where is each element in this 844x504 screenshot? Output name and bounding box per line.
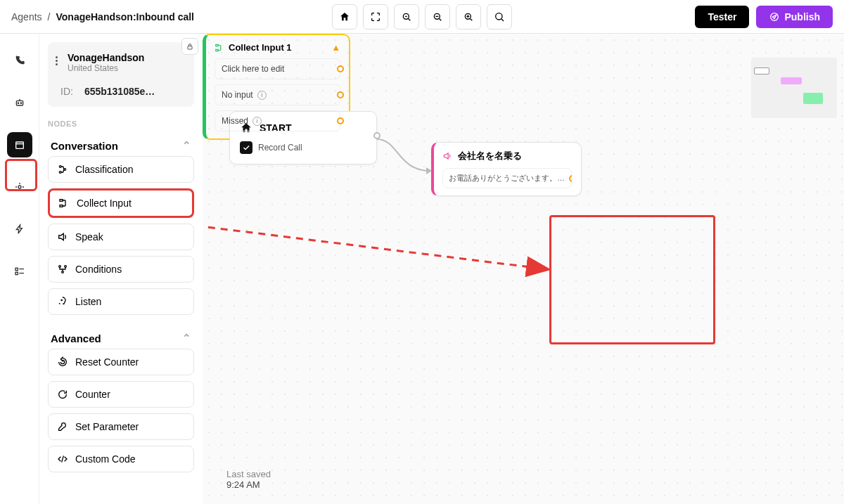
- agent-id-label: ID:: [60, 86, 73, 97]
- node-listen-label: Listen: [75, 296, 101, 307]
- annotation-arrow: [203, 220, 561, 283]
- node-collect-input-label: Collect Input: [77, 198, 132, 209]
- collect-missed-row[interactable]: Missed i: [215, 110, 340, 131]
- rail-phone[interactable]: [7, 48, 32, 73]
- node-conditions-label: Conditions: [75, 264, 122, 275]
- rail-bot[interactable]: [7, 90, 32, 115]
- section-conversation[interactable]: Conversation ⌃: [48, 135, 194, 156]
- svg-rect-23: [216, 49, 219, 51]
- info-icon: i: [252, 117, 262, 126]
- info-icon: i: [257, 91, 267, 100]
- node-reset-counter-label: Reset Counter: [75, 356, 139, 368]
- agent-country: United States: [68, 63, 184, 73]
- rail-bolt[interactable]: [7, 217, 32, 242]
- collect-input-node[interactable]: Collect Input 1 ▲ Click here to edit No …: [203, 34, 350, 140]
- section-advanced[interactable]: Advanced ⌃: [48, 328, 194, 349]
- svg-point-9: [18, 186, 21, 188]
- section-advanced-label: Advanced: [51, 332, 101, 344]
- collect-icon: [215, 43, 224, 53]
- node-set-parameter[interactable]: Set Parameter: [48, 413, 194, 440]
- section-nodes-label: NODES: [48, 119, 194, 128]
- breadcrumb-sep: /: [48, 11, 51, 22]
- svg-rect-10: [15, 268, 18, 270]
- node-speak-label: Speak: [75, 231, 103, 243]
- node-counter[interactable]: Counter: [48, 381, 194, 408]
- node-collect-input[interactable]: Collect Input: [48, 188, 194, 218]
- agent-name: VonageHandson: [68, 52, 184, 63]
- svg-rect-11: [15, 272, 18, 274]
- node-conditions[interactable]: Conditions: [48, 256, 194, 283]
- svg-point-13: [59, 166, 61, 168]
- node-classification-label: Classification: [75, 164, 133, 175]
- last-saved: Last saved 9:24 AM: [226, 469, 271, 490]
- svg-rect-17: [60, 205, 63, 207]
- svg-line-24: [203, 226, 547, 269]
- minimap[interactable]: [751, 58, 837, 118]
- svg-point-7: [20, 103, 21, 103]
- lock-icon[interactable]: [181, 38, 198, 55]
- svg-rect-8: [15, 142, 23, 148]
- home-button[interactable]: [332, 4, 357, 30]
- svg-rect-22: [216, 44, 219, 46]
- rail-canvas[interactable]: [7, 132, 32, 157]
- fullscreen-button[interactable]: [363, 4, 388, 30]
- svg-point-6: [18, 103, 18, 103]
- collect-noinput-row[interactable]: No input i: [215, 84, 340, 105]
- chevron-up-icon: ⌃: [182, 139, 191, 152]
- svg-point-14: [59, 172, 61, 174]
- collect-edit-row[interactable]: Click here to edit: [215, 58, 340, 79]
- node-custom-code-label: Custom Code: [75, 453, 136, 465]
- agent-card: VonageHandson United States ID: 655b1310…: [48, 42, 194, 107]
- last-saved-time: 9:24 AM: [226, 479, 271, 490]
- node-classification[interactable]: Classification: [48, 156, 194, 183]
- speaker-icon: [442, 151, 452, 161]
- section-conversation-label: Conversation: [51, 140, 118, 152]
- svg-rect-12: [188, 46, 192, 50]
- publish-button[interactable]: Publish: [756, 6, 833, 28]
- speak-node-message[interactable]: お電話ありがとうございます。…: [442, 168, 573, 188]
- svg-point-18: [59, 266, 61, 268]
- speak-node[interactable]: 会社名を名乗る お電話ありがとうございます。…: [431, 142, 582, 196]
- chevron-up-icon: ⌃: [182, 332, 191, 344]
- zoom-out-button[interactable]: [425, 4, 450, 30]
- checkbox-record-call[interactable]: [240, 141, 252, 154]
- speak-node-title: 会社名を名乗る: [458, 150, 522, 162]
- flow-canvas[interactable]: START Record Call 会社名を名乗る お電話ありがとうございます。…: [203, 34, 844, 504]
- svg-rect-16: [60, 200, 63, 202]
- tester-button[interactable]: Tester: [695, 6, 749, 28]
- record-call-label: Record Call: [258, 143, 302, 153]
- zoom-in-button[interactable]: [456, 4, 481, 30]
- svg-point-3: [496, 13, 502, 19]
- breadcrumb: Agents / VonageHandson:Inbound call: [11, 11, 194, 22]
- svg-point-19: [65, 266, 67, 268]
- svg-point-21: [61, 299, 62, 300]
- node-listen[interactable]: Listen: [48, 288, 194, 315]
- svg-point-20: [62, 271, 64, 273]
- zoom-reset-button[interactable]: [394, 4, 419, 30]
- node-reset-counter[interactable]: Reset Counter: [48, 349, 194, 375]
- rail-list[interactable]: [7, 259, 32, 284]
- breadcrumb-root[interactable]: Agents: [11, 11, 42, 22]
- publish-label: Publish: [784, 11, 820, 22]
- collect-node-title: Collect Input 1: [229, 42, 292, 53]
- breadcrumb-current: VonageHandson:Inbound call: [56, 11, 194, 22]
- node-set-parameter-label: Set Parameter: [75, 421, 139, 432]
- drag-handle-icon[interactable]: [49, 56, 63, 65]
- last-saved-label: Last saved: [226, 469, 271, 479]
- agent-id-value: 655b131085e…: [84, 86, 155, 97]
- node-counter-label: Counter: [75, 389, 110, 400]
- search-button[interactable]: [487, 4, 512, 30]
- annotation-collect-highlight: [549, 215, 715, 344]
- node-custom-code[interactable]: Custom Code: [48, 446, 194, 472]
- node-speak[interactable]: Speak: [48, 224, 194, 250]
- warning-icon: ▲: [331, 42, 340, 53]
- rail-target[interactable]: [7, 174, 32, 200]
